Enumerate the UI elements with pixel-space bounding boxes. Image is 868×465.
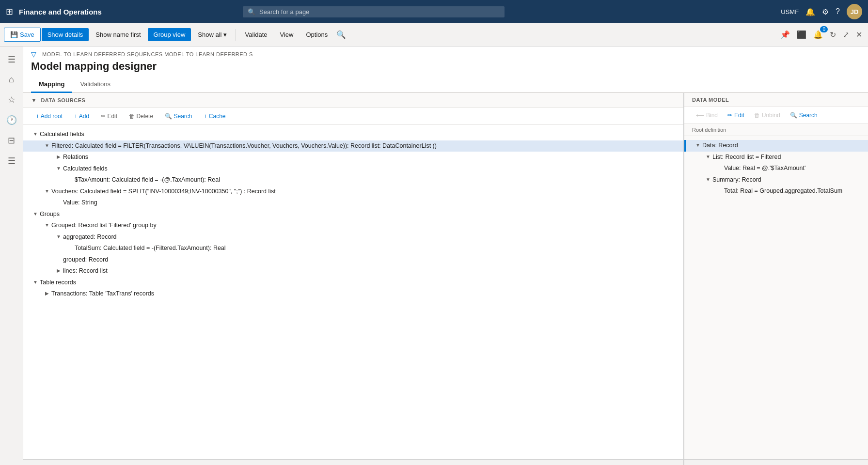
main-toolbar: 💾 Save Show details Show name first Grou…: [0, 23, 868, 46]
show-all-button[interactable]: Show all ▾: [192, 28, 233, 41]
node-list-record: List: Record list = Filtered: [712, 153, 868, 162]
toggle-summary-record[interactable]: ▼: [704, 177, 712, 182]
settings-icon[interactable]: ⚙: [822, 7, 829, 16]
recent-icon[interactable]: 🕐: [2, 111, 21, 129]
group-view-button[interactable]: Group view: [148, 28, 191, 41]
avatar[interactable]: JD: [847, 4, 862, 19]
toggle-vouchers[interactable]: ▼: [43, 188, 51, 194]
validate-button[interactable]: Validate: [239, 28, 273, 41]
toggle-table-records[interactable]: ▼: [31, 279, 40, 285]
refresh-icon[interactable]: ↻: [828, 28, 838, 41]
data-model-panel: DATA MODEL ⟵ Bind ✏ Edit 🗑 Unbind: [684, 93, 868, 465]
options-button[interactable]: Options: [300, 28, 333, 41]
dm-search-button[interactable]: 🔍 Search: [786, 110, 821, 121]
tab-mapping[interactable]: Mapping: [31, 77, 72, 93]
list-item[interactable]: ▶ lines: Record list: [23, 265, 683, 277]
page-title: Model mapping designer: [23, 58, 868, 77]
toggle-filtered[interactable]: ▼: [43, 143, 51, 148]
list-item[interactable]: Value: Real = @.'$TaxAmount': [684, 163, 868, 174]
toggle-groups[interactable]: ▼: [31, 211, 40, 217]
list-item[interactable]: ▼ aggregated: Record: [23, 232, 683, 243]
view-button[interactable]: View: [274, 28, 299, 41]
office-icon[interactable]: ⬛: [795, 28, 808, 41]
list-item[interactable]: ▼ Groups: [23, 209, 683, 220]
list-item[interactable]: ▼ Grouped: Record list 'Filtered' group …: [23, 220, 683, 232]
node-aggregated: aggregated: Record: [63, 233, 683, 242]
bind-icon: ⟵: [696, 112, 704, 119]
toolbar-search-icon[interactable]: 🔍: [336, 30, 346, 39]
global-search-box[interactable]: 🔍: [243, 6, 505, 17]
toggle-aggregated[interactable]: ▼: [54, 234, 63, 239]
list-item[interactable]: ▼ Summary: Record: [684, 174, 868, 186]
list-item[interactable]: ▼ List: Record list = Filtered: [684, 152, 868, 163]
edit-button[interactable]: ✏ Edit: [96, 111, 122, 122]
nav-right-area: USMF 🔔 ⚙ ? JD: [781, 4, 862, 19]
toggle-grouped[interactable]: ▼: [43, 222, 51, 228]
dm-search-icon: 🔍: [790, 112, 797, 119]
search-button[interactable]: 🔍 Search: [160, 111, 197, 122]
list-item[interactable]: ▼ Calculated fields: [23, 129, 683, 140]
add-root-button[interactable]: + Add root: [31, 111, 67, 122]
search-input[interactable]: [259, 8, 500, 16]
add-button[interactable]: + Add: [69, 111, 94, 122]
toggle-calc-fields-inner[interactable]: ▼: [54, 166, 63, 171]
badge-count: 0: [820, 26, 828, 32]
list-item[interactable]: ▼ Vouchers: Calculated field = SPLIT("IN…: [23, 186, 683, 198]
search-icon: 🔍: [248, 8, 255, 16]
list-item[interactable]: ▶ Transactions: Table 'TaxTrans' records: [23, 288, 683, 300]
toggle-lines[interactable]: ▶: [54, 268, 63, 273]
dm-root-definition: Root definition: [684, 124, 868, 136]
menu-icon[interactable]: ☰: [4, 50, 19, 69]
toggle-relations[interactable]: ▶: [54, 154, 63, 159]
ds-collapse-btn[interactable]: ▼: [31, 97, 37, 104]
close-icon[interactable]: ✕: [854, 28, 864, 41]
breadcrumb: MODEL TO LEARN DEFERRED SEQUENCES MODEL …: [42, 51, 253, 57]
list-item[interactable]: TotalSum: Calculated field = -(Filtered.…: [23, 243, 683, 254]
dm-edit-button[interactable]: ✏ Edit: [724, 110, 748, 121]
show-details-button[interactable]: Show details: [42, 28, 89, 41]
list-item[interactable]: grouped: Record: [23, 254, 683, 266]
list-item[interactable]: Total: Real = Grouped.aggregated.TotalSu…: [684, 186, 868, 197]
pin-icon[interactable]: 📌: [778, 28, 792, 41]
notification-icon[interactable]: 🔔: [805, 7, 815, 16]
toggle-list-record[interactable]: ▼: [704, 154, 712, 159]
list-item[interactable]: ▶ Relations: [23, 152, 683, 163]
app-grid-icon[interactable]: ⊞: [6, 6, 13, 17]
datasources-section-header: ▼ DATA SOURCES: [23, 93, 683, 108]
node-transactions: Transactions: Table 'TaxTrans' records: [51, 290, 683, 298]
list-icon[interactable]: ☰: [4, 152, 19, 170]
notification-badge[interactable]: 🔔 0: [811, 28, 825, 41]
list-item[interactable]: ▼ Filtered: Calculated field = FILTER(Tr…: [23, 140, 683, 152]
node-groups: Groups: [40, 210, 683, 219]
bind-button[interactable]: ⟵ Bind: [692, 110, 722, 121]
main-layout: ☰ ⌂ ☆ 🕐 ⊟ ☰ ▽ MODEL TO LEARN DEFERRED SE…: [0, 46, 868, 465]
list-item[interactable]: ▼ Table records: [23, 277, 683, 289]
help-icon[interactable]: ?: [836, 7, 840, 16]
unbind-button[interactable]: 🗑 Unbind: [750, 110, 784, 121]
list-item[interactable]: ▼ Data: Record: [684, 140, 868, 152]
workspace-icon[interactable]: ⊟: [4, 131, 19, 150]
favorites-icon[interactable]: ☆: [4, 91, 19, 109]
dm-header: DATA MODEL: [684, 93, 868, 107]
list-item[interactable]: $TaxAmount: Calculated field = -(@.TaxAm…: [23, 174, 683, 186]
tab-validations[interactable]: Validations: [72, 77, 118, 93]
list-item[interactable]: Value: String: [23, 197, 683, 209]
home-icon[interactable]: ⌂: [5, 71, 18, 89]
toggle-calc-fields[interactable]: ▼: [31, 131, 40, 137]
expand-icon[interactable]: ⤢: [841, 28, 851, 41]
delete-button[interactable]: 🗑 Delete: [124, 111, 158, 122]
toggle-transactions[interactable]: ▶: [43, 291, 51, 296]
node-summary-record: Summary: Record: [712, 176, 868, 185]
node-calculated-fields: Calculated fields: [40, 130, 683, 139]
node-table-records: Table records: [40, 279, 683, 287]
save-button[interactable]: 💾 Save: [4, 28, 41, 42]
toggle-data-record[interactable]: ▼: [694, 142, 702, 148]
tabs-bar: Mapping Validations: [23, 77, 868, 93]
datasources-tree: ▼ Calculated fields ▼ Filtered: Calculat…: [23, 125, 683, 459]
node-vouchers: Vouchers: Calculated field = SPLIT("INV-…: [51, 187, 683, 196]
filter-icon[interactable]: ▽: [31, 50, 36, 58]
list-item[interactable]: ▼ Calculated fields: [23, 163, 683, 175]
show-name-first-button[interactable]: Show name first: [90, 28, 146, 41]
content-area: ▽ MODEL TO LEARN DEFERRED SEQUENCES MODE…: [23, 46, 868, 465]
cache-button[interactable]: + Cache: [199, 111, 230, 122]
